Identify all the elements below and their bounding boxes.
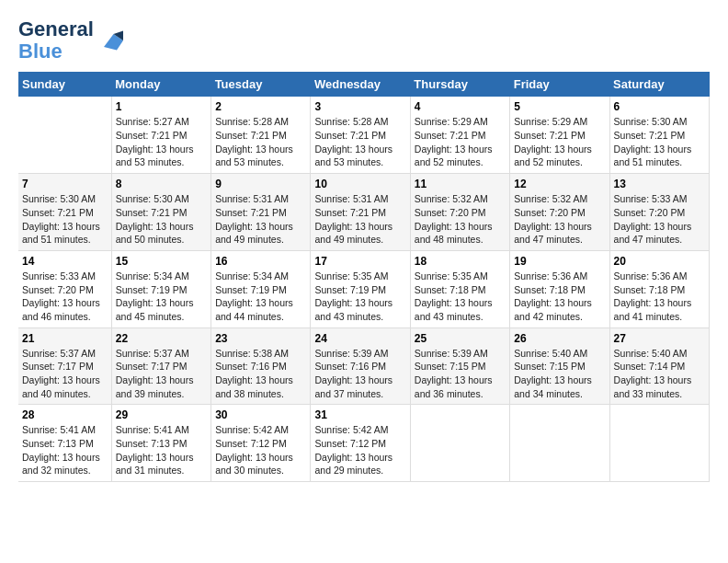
week-row-1: 1Sunrise: 5:27 AMSunset: 7:21 PMDaylight… xyxy=(18,97,710,173)
calendar-cell: 16Sunrise: 5:34 AMSunset: 7:19 PMDayligh… xyxy=(211,250,311,327)
day-info: Sunrise: 5:31 AMSunset: 7:21 PMDaylight:… xyxy=(314,192,405,247)
day-number: 2 xyxy=(215,100,306,113)
calendar-cell: 17Sunrise: 5:35 AMSunset: 7:19 PMDayligh… xyxy=(311,250,410,327)
calendar-cell: 31Sunrise: 5:42 AMSunset: 7:12 PMDayligh… xyxy=(311,405,410,482)
day-info: Sunrise: 5:33 AMSunset: 7:20 PMDaylight:… xyxy=(22,270,108,324)
day-number: 6 xyxy=(614,100,705,113)
day-number: 15 xyxy=(116,255,207,268)
calendar-cell: 22Sunrise: 5:37 AMSunset: 7:17 PMDayligh… xyxy=(111,327,210,405)
day-number: 9 xyxy=(215,178,306,190)
calendar-cell: 15Sunrise: 5:34 AMSunset: 7:19 PMDayligh… xyxy=(111,250,210,327)
calendar-cell xyxy=(510,405,609,482)
day-number: 5 xyxy=(514,100,605,113)
day-number: 24 xyxy=(314,332,405,345)
day-info: Sunrise: 5:35 AMSunset: 7:19 PMDaylight:… xyxy=(314,270,405,324)
calendar-cell xyxy=(18,97,111,173)
day-info: Sunrise: 5:37 AMSunset: 7:17 PMDaylight:… xyxy=(116,347,207,401)
day-info: Sunrise: 5:35 AMSunset: 7:18 PMDaylight:… xyxy=(415,270,506,324)
day-number: 4 xyxy=(415,100,506,113)
week-row-2: 7Sunrise: 5:30 AMSunset: 7:21 PMDaylight… xyxy=(18,174,710,251)
day-number: 8 xyxy=(116,178,207,190)
calendar-cell: 9Sunrise: 5:31 AMSunset: 7:21 PMDaylight… xyxy=(211,174,311,251)
logo-blue: Blue xyxy=(18,40,63,63)
day-info: Sunrise: 5:38 AMSunset: 7:16 PMDaylight:… xyxy=(215,347,306,401)
day-number: 20 xyxy=(614,255,705,268)
day-info: Sunrise: 5:42 AMSunset: 7:12 PMDaylight:… xyxy=(314,423,405,477)
day-number: 13 xyxy=(614,178,705,190)
calendar-cell: 14Sunrise: 5:33 AMSunset: 7:20 PMDayligh… xyxy=(18,250,111,327)
calendar-cell: 8Sunrise: 5:30 AMSunset: 7:21 PMDaylight… xyxy=(111,174,210,251)
day-number: 30 xyxy=(215,408,306,421)
day-header-monday: Monday xyxy=(111,72,210,97)
calendar-cell: 24Sunrise: 5:39 AMSunset: 7:16 PMDayligh… xyxy=(311,327,410,405)
day-number: 22 xyxy=(116,332,207,345)
day-number: 21 xyxy=(22,332,108,345)
week-row-5: 28Sunrise: 5:41 AMSunset: 7:13 PMDayligh… xyxy=(18,405,710,482)
day-number: 19 xyxy=(514,255,605,268)
calendar-cell: 2Sunrise: 5:28 AMSunset: 7:21 PMDaylight… xyxy=(211,97,311,173)
logo: GeneralBlue xyxy=(18,18,123,63)
day-info: Sunrise: 5:40 AMSunset: 7:15 PMDaylight:… xyxy=(514,347,605,401)
day-info: Sunrise: 5:27 AMSunset: 7:21 PMDaylight:… xyxy=(116,115,207,169)
page-header: GeneralBlue xyxy=(18,18,710,63)
calendar-cell: 25Sunrise: 5:39 AMSunset: 7:15 PMDayligh… xyxy=(410,327,509,405)
calendar-cell: 27Sunrise: 5:40 AMSunset: 7:14 PMDayligh… xyxy=(609,327,709,405)
calendar-cell: 12Sunrise: 5:32 AMSunset: 7:20 PMDayligh… xyxy=(510,174,609,251)
day-number: 10 xyxy=(314,178,405,190)
day-number: 14 xyxy=(22,255,108,268)
day-info: Sunrise: 5:32 AMSunset: 7:20 PMDaylight:… xyxy=(514,192,605,247)
days-header-row: SundayMondayTuesdayWednesdayThursdayFrid… xyxy=(18,72,710,97)
day-info: Sunrise: 5:28 AMSunset: 7:21 PMDaylight:… xyxy=(215,115,306,169)
day-number: 27 xyxy=(614,332,705,345)
day-number: 11 xyxy=(415,178,506,190)
day-number: 3 xyxy=(314,100,405,113)
day-number: 12 xyxy=(514,178,605,190)
day-number: 31 xyxy=(314,408,405,421)
day-info: Sunrise: 5:41 AMSunset: 7:13 PMDaylight:… xyxy=(22,423,108,477)
calendar-cell: 20Sunrise: 5:36 AMSunset: 7:18 PMDayligh… xyxy=(609,250,709,327)
calendar-table: SundayMondayTuesdayWednesdayThursdayFrid… xyxy=(18,72,710,482)
day-info: Sunrise: 5:30 AMSunset: 7:21 PMDaylight:… xyxy=(116,192,207,247)
calendar-cell: 23Sunrise: 5:38 AMSunset: 7:16 PMDayligh… xyxy=(211,327,311,405)
calendar-cell: 18Sunrise: 5:35 AMSunset: 7:18 PMDayligh… xyxy=(410,250,509,327)
day-info: Sunrise: 5:32 AMSunset: 7:20 PMDaylight:… xyxy=(415,192,506,247)
week-row-3: 14Sunrise: 5:33 AMSunset: 7:20 PMDayligh… xyxy=(18,250,710,327)
calendar-cell: 29Sunrise: 5:41 AMSunset: 7:13 PMDayligh… xyxy=(111,405,210,482)
calendar-cell: 13Sunrise: 5:33 AMSunset: 7:20 PMDayligh… xyxy=(609,174,709,251)
calendar-cell: 6Sunrise: 5:30 AMSunset: 7:21 PMDaylight… xyxy=(609,97,709,173)
day-info: Sunrise: 5:30 AMSunset: 7:21 PMDaylight:… xyxy=(22,192,108,247)
day-info: Sunrise: 5:39 AMSunset: 7:16 PMDaylight:… xyxy=(314,347,405,401)
calendar-cell: 1Sunrise: 5:27 AMSunset: 7:21 PMDaylight… xyxy=(111,97,210,173)
week-row-4: 21Sunrise: 5:37 AMSunset: 7:17 PMDayligh… xyxy=(18,327,710,405)
day-info: Sunrise: 5:29 AMSunset: 7:21 PMDaylight:… xyxy=(415,115,506,169)
day-number: 26 xyxy=(514,332,605,345)
day-info: Sunrise: 5:29 AMSunset: 7:21 PMDaylight:… xyxy=(514,115,605,169)
day-info: Sunrise: 5:36 AMSunset: 7:18 PMDaylight:… xyxy=(514,270,605,324)
calendar-cell: 21Sunrise: 5:37 AMSunset: 7:17 PMDayligh… xyxy=(18,327,111,405)
day-header-friday: Friday xyxy=(510,72,609,97)
calendar-cell: 26Sunrise: 5:40 AMSunset: 7:15 PMDayligh… xyxy=(510,327,609,405)
day-header-tuesday: Tuesday xyxy=(211,72,311,97)
logo-text: GeneralBlue xyxy=(18,18,94,63)
day-info: Sunrise: 5:36 AMSunset: 7:18 PMDaylight:… xyxy=(614,270,705,324)
day-header-saturday: Saturday xyxy=(609,72,709,97)
day-number: 1 xyxy=(116,100,207,113)
day-info: Sunrise: 5:28 AMSunset: 7:21 PMDaylight:… xyxy=(314,115,405,169)
calendar-cell: 5Sunrise: 5:29 AMSunset: 7:21 PMDaylight… xyxy=(510,97,609,173)
day-number: 7 xyxy=(22,178,108,190)
day-header-sunday: Sunday xyxy=(18,72,111,97)
calendar-cell: 7Sunrise: 5:30 AMSunset: 7:21 PMDaylight… xyxy=(18,174,111,251)
calendar-cell: 4Sunrise: 5:29 AMSunset: 7:21 PMDaylight… xyxy=(410,97,509,173)
day-info: Sunrise: 5:37 AMSunset: 7:17 PMDaylight:… xyxy=(22,347,108,401)
day-info: Sunrise: 5:42 AMSunset: 7:12 PMDaylight:… xyxy=(215,423,306,477)
day-info: Sunrise: 5:41 AMSunset: 7:13 PMDaylight:… xyxy=(116,423,207,477)
day-info: Sunrise: 5:40 AMSunset: 7:14 PMDaylight:… xyxy=(614,347,705,401)
day-info: Sunrise: 5:30 AMSunset: 7:21 PMDaylight:… xyxy=(614,115,705,169)
day-info: Sunrise: 5:34 AMSunset: 7:19 PMDaylight:… xyxy=(215,270,306,324)
day-header-thursday: Thursday xyxy=(410,72,509,97)
calendar-cell: 19Sunrise: 5:36 AMSunset: 7:18 PMDayligh… xyxy=(510,250,609,327)
calendar-cell: 30Sunrise: 5:42 AMSunset: 7:12 PMDayligh… xyxy=(211,405,311,482)
day-info: Sunrise: 5:31 AMSunset: 7:21 PMDaylight:… xyxy=(215,192,306,247)
logo-icon xyxy=(97,28,123,53)
day-info: Sunrise: 5:33 AMSunset: 7:20 PMDaylight:… xyxy=(614,192,705,247)
